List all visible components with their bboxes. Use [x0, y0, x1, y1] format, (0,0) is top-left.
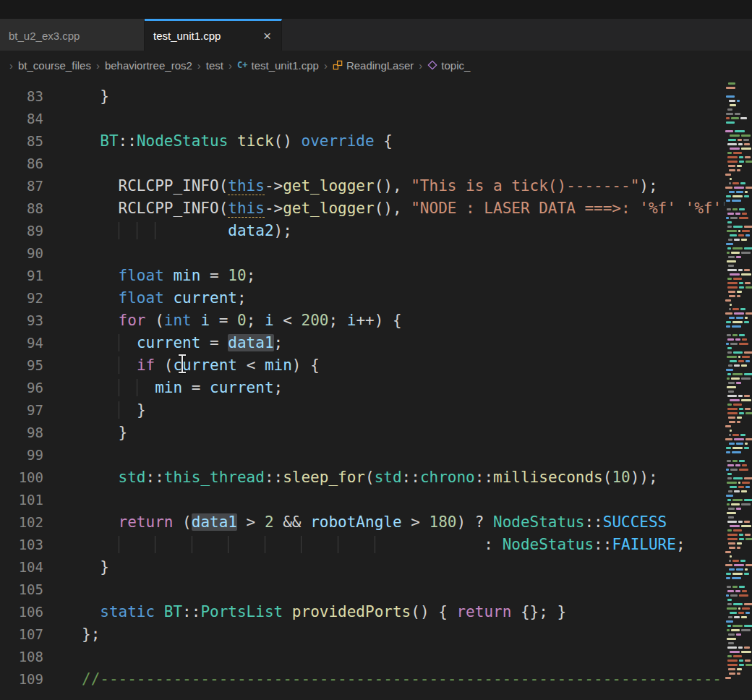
- code-line[interactable]: 91 float min = 10;: [0, 265, 725, 287]
- minimap[interactable]: [725, 80, 752, 700]
- code-line[interactable]: 86: [0, 153, 725, 175]
- code-token: RCLCPP_INFO: [119, 177, 219, 195]
- breadcrumb-item[interactable]: topic_: [427, 59, 470, 72]
- minimap-line: [725, 178, 752, 180]
- code-token: i: [265, 312, 274, 329]
- minimap-line: [725, 213, 752, 215]
- minimap-line: [725, 334, 752, 336]
- minimap-line: [725, 447, 752, 449]
- code-line[interactable]: 88 RCLCPP_INFO(this->get_logger(), "NODE…: [0, 197, 725, 220]
- minimap-line: [725, 577, 752, 579]
- code-token: [265, 536, 302, 553]
- minimap-line: [725, 291, 752, 293]
- code-line[interactable]: 108: [0, 646, 725, 668]
- minimap-line: [725, 512, 752, 514]
- code-line[interactable]: 94 current = data1;: [0, 332, 725, 354]
- code-token: (: [155, 357, 173, 374]
- code-token: NodeStatus: [137, 132, 228, 150]
- code-line[interactable]: 104 }: [0, 556, 725, 579]
- chevron-right-icon: ›: [96, 59, 100, 72]
- code-token: }: [100, 558, 109, 576]
- code-line[interactable]: 107};: [0, 623, 725, 646]
- code-line[interactable]: 97 }: [0, 399, 725, 422]
- code-token: [192, 312, 201, 329]
- code-token: [155, 222, 173, 239]
- code-text: static BT::PortsList providedPorts() { r…: [51, 601, 566, 623]
- minimap-line: [725, 642, 752, 644]
- code-line[interactable]: 87 RCLCPP_INFO(this->get_logger(), "This…: [0, 175, 725, 197]
- minimap-line: [725, 148, 752, 150]
- code-line[interactable]: 83 }: [0, 85, 725, 108]
- line-number: 88: [0, 197, 51, 220]
- minimap-line: [725, 451, 752, 453]
- close-icon[interactable]: ×: [262, 28, 273, 44]
- breadcrumb-item[interactable]: behaviortree_ros2: [105, 59, 192, 72]
- minimap-line: [725, 625, 752, 627]
- code-token: 10: [228, 267, 246, 284]
- code-token: 200: [302, 312, 329, 329]
- minimap-line: [725, 404, 752, 406]
- code-token: ;: [237, 289, 247, 307]
- code-text: RCLCPP_INFO(this->get_logger(), "NODE : …: [51, 197, 725, 220]
- code-line[interactable]: 92 float current;: [0, 287, 725, 310]
- code-token: =: [200, 267, 228, 284]
- code-line[interactable]: 90: [0, 242, 725, 265]
- breadcrumb-item[interactable]: bt_course_files: [18, 59, 91, 72]
- code-line[interactable]: 85 BT::NodeStatus tick() override {: [0, 130, 725, 153]
- code-text: }: [51, 422, 127, 444]
- code-text: }: [51, 556, 109, 579]
- line-number: 83: [0, 85, 51, 108]
- code-token: providedPorts: [292, 603, 411, 620]
- breadcrumb-label: ReadingLaser: [346, 59, 414, 72]
- minimap-line: [725, 143, 752, 145]
- code-line[interactable]: 100 std::this_thread::sleep_for(std::chr…: [0, 466, 725, 489]
- line-number: 106: [0, 601, 51, 623]
- tab-test-unit1[interactable]: test_unit1.cpp ×: [145, 19, 282, 51]
- code-line[interactable]: 109//-----------------------------------…: [0, 668, 725, 691]
- class-symbol-icon: [333, 60, 343, 70]
- minimap-line: [725, 555, 752, 558]
- code-line[interactable]: 93 for (int i = 0; i < 200; i++) {: [0, 310, 725, 332]
- minimap-line: [725, 356, 752, 358]
- tab-bt-u2-ex3[interactable]: bt_u2_ex3.cpp: [0, 19, 145, 51]
- code-token: sleep_for: [283, 469, 365, 486]
- code-line[interactable]: 95 if (current < min) {: [0, 354, 725, 377]
- code-token: =: [182, 379, 210, 396]
- minimap-line: [725, 338, 752, 341]
- code-token: );: [274, 222, 292, 239]
- code-text: };: [51, 623, 100, 646]
- code-line[interactable]: 89 data2);: [0, 220, 725, 242]
- tab-label: test_unit1.cpp: [153, 30, 221, 42]
- code-token: [82, 200, 119, 217]
- breadcrumb-item[interactable]: ReadingLaser: [333, 59, 414, 72]
- line-number: 104: [0, 556, 51, 579]
- breadcrumb-item[interactable]: test: [206, 59, 223, 72]
- code-token: [119, 357, 137, 374]
- code-token: [119, 401, 137, 419]
- line-number: 86: [0, 153, 51, 175]
- code-line[interactable]: 84: [0, 108, 725, 130]
- code-line[interactable]: 98 }: [0, 422, 725, 444]
- code-line[interactable]: 102 return (data1 > 2 && robotAngle > 18…: [0, 511, 725, 534]
- line-number: 102: [0, 511, 51, 534]
- code-line[interactable]: 103 : NodeStatus::FAILURE;: [0, 534, 725, 556]
- code-line[interactable]: 101: [0, 489, 725, 511]
- code-line[interactable]: 99: [0, 444, 725, 466]
- code-token: [155, 536, 192, 553]
- code-token: (),: [375, 177, 411, 195]
- code-line[interactable]: 96 min = current;: [0, 377, 725, 399]
- code-line[interactable]: 106 static BT::PortsList providedPorts()…: [0, 601, 725, 623]
- code-token: data1: [228, 334, 273, 351]
- minimap-line: [725, 204, 752, 206]
- code-token: i: [347, 312, 356, 329]
- code-line[interactable]: 105: [0, 579, 725, 601]
- i-beam-cursor: [178, 354, 187, 373]
- breadcrumb-item[interactable]: C+test_unit1.cpp: [237, 59, 319, 72]
- code-token: [82, 132, 100, 150]
- code-token: std: [375, 469, 402, 486]
- code-token: [228, 132, 237, 150]
- minimap-line: [725, 113, 752, 115]
- line-number: 100: [0, 466, 51, 489]
- code-token: ::: [402, 469, 420, 486]
- minimap-line: [725, 273, 752, 276]
